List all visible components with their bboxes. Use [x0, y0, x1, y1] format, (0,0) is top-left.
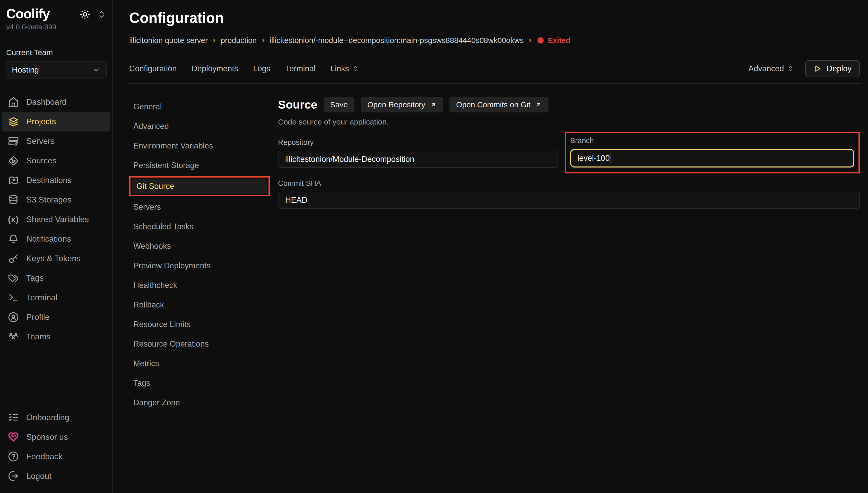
breadcrumb-separator-icon: › [262, 36, 264, 44]
subnav-persistent-storage[interactable]: Persistent Storage [129, 156, 270, 175]
heart-handshake-icon [8, 431, 19, 442]
sidebar-item-tags[interactable]: Tags [2, 269, 110, 288]
chevrons-up-down-icon[interactable] [97, 10, 106, 21]
section-description: Code source of your application. [278, 117, 860, 126]
layers-icon [8, 116, 19, 127]
git-source-icon [8, 155, 19, 166]
status-text: Exited [548, 36, 570, 45]
page-title: Configuration [129, 9, 860, 26]
current-team-label: Current Team [0, 48, 112, 57]
app-root: Coolify v4.0.0-beta.399 Current Team Hos… [0, 0, 868, 493]
tab-configuration[interactable]: Configuration [129, 64, 176, 73]
sidebar-footer-menu: Onboarding Sponsor us Feedback Logout [0, 408, 112, 486]
subnav-general[interactable]: General [129, 97, 270, 116]
chevrons-up-down-icon [787, 65, 794, 72]
subnav-servers[interactable]: Servers [129, 197, 270, 217]
main-area: Configuration illicitonion quote server … [113, 0, 868, 493]
git-source-annotation-box: Git Source [129, 176, 270, 196]
logout-icon [8, 471, 19, 481]
branch-label: Branch [570, 136, 854, 145]
sidebar-item-destinations[interactable]: Destinations [2, 171, 110, 190]
sidebar-item-notifications[interactable]: Notifications [2, 229, 110, 249]
commit-sha-field-group: Commit SHA [278, 179, 860, 209]
chevron-down-icon [92, 66, 100, 74]
source-panel: Source Save Open Repository Open Commits… [278, 97, 860, 412]
subnav-git-source[interactable]: Git Source [132, 179, 267, 194]
terminal-icon [8, 292, 19, 303]
config-subnav: General Advanced Environment Variables P… [129, 97, 270, 412]
subnav-rollback[interactable]: Rollback [129, 295, 270, 315]
sidebar: Coolify v4.0.0-beta.399 Current Team Hos… [0, 0, 113, 493]
sidebar-item-onboarding[interactable]: Onboarding [2, 408, 110, 427]
repository-input[interactable] [278, 151, 558, 168]
tab-deployments[interactable]: Deployments [192, 64, 238, 73]
key-icon [8, 253, 19, 264]
sidebar-item-servers[interactable]: Servers [2, 131, 110, 151]
map-icon [8, 175, 19, 186]
theme-sun-icon[interactable] [80, 9, 90, 22]
branch-annotation-box: Branch level-100 [565, 132, 860, 173]
content-row: General Advanced Environment Variables P… [129, 97, 860, 412]
breadcrumb-resource[interactable]: illicitestonion/-module--decomposition:m… [270, 36, 524, 45]
database-icon [8, 194, 19, 205]
sidebar-item-terminal[interactable]: Terminal [2, 288, 110, 307]
subnav-webhooks[interactable]: Webhooks [129, 236, 270, 256]
breadcrumb-environment[interactable]: production [220, 36, 257, 45]
variable-icon: (x) [8, 215, 19, 224]
tab-logs[interactable]: Logs [253, 64, 270, 73]
repository-field-group: Repository [278, 138, 558, 168]
tab-bar: Configuration Deployments Logs Terminal … [129, 60, 860, 84]
sidebar-header: Coolify v4.0.0-beta.399 [0, 7, 112, 31]
breadcrumb-project[interactable]: illicitonion quote server [129, 36, 208, 45]
subnav-preview-deployments[interactable]: Preview Deployments [129, 256, 270, 276]
sidebar-item-feedback[interactable]: Feedback [2, 447, 110, 466]
sidebar-item-logout[interactable]: Logout [2, 466, 110, 486]
external-link-icon [430, 101, 437, 108]
subnav-scheduled-tasks[interactable]: Scheduled Tasks [129, 217, 270, 236]
text-cursor [611, 153, 611, 163]
play-icon [813, 65, 822, 73]
checklist-icon [8, 412, 19, 423]
sidebar-item-sources[interactable]: Sources [2, 151, 110, 171]
sidebar-spacer [0, 347, 112, 408]
tab-terminal[interactable]: Terminal [285, 64, 316, 73]
branch-input[interactable]: level-100 [570, 149, 854, 168]
sidebar-item-projects[interactable]: Projects [2, 112, 110, 131]
sidebar-item-s3-storages[interactable]: S3 Storages [2, 190, 110, 210]
bell-icon [8, 234, 19, 244]
server-icon [8, 136, 19, 147]
sidebar-item-keys-tokens[interactable]: Keys & Tokens [2, 249, 110, 269]
breadcrumb-separator-icon: › [529, 36, 531, 44]
sidebar-item-dashboard[interactable]: Dashboard [2, 92, 110, 112]
save-button[interactable]: Save [323, 97, 355, 112]
home-icon [8, 97, 19, 108]
subnav-advanced[interactable]: Advanced [129, 116, 270, 136]
source-form: Repository Branch level-100 Commit SHA [278, 138, 860, 209]
open-repository-button[interactable]: Open Repository [361, 97, 443, 112]
deploy-button[interactable]: Deploy [805, 60, 860, 77]
sidebar-item-sponsor-us[interactable]: Sponsor us [2, 427, 110, 447]
open-commits-button[interactable]: Open Commits on Git [449, 97, 548, 112]
subnav-tags[interactable]: Tags [129, 373, 270, 393]
team-select[interactable]: Hosting [6, 62, 107, 79]
subnav-metrics[interactable]: Metrics [129, 354, 270, 373]
help-circle-icon [8, 451, 19, 462]
breadcrumb-separator-icon: › [213, 36, 215, 44]
repository-label: Repository [278, 138, 558, 147]
commit-sha-input[interactable] [278, 192, 860, 209]
user-circle-icon [8, 312, 19, 323]
subnav-environment-variables[interactable]: Environment Variables [129, 136, 270, 156]
tab-links[interactable]: Links [331, 64, 359, 73]
team-select-value: Hosting [12, 65, 39, 74]
commit-sha-label: Commit SHA [278, 179, 860, 188]
sidebar-item-shared-variables[interactable]: (x) Shared Variables [2, 210, 110, 229]
sidebar-item-teams[interactable]: Teams [2, 327, 110, 347]
subnav-resource-limits[interactable]: Resource Limits [129, 315, 270, 334]
status-badge: Exited [537, 36, 570, 45]
app-version: v4.0.0-beta.399 [6, 23, 56, 31]
subnav-resource-operations[interactable]: Resource Operations [129, 334, 270, 354]
subnav-danger-zone[interactable]: Danger Zone [129, 393, 270, 412]
sidebar-item-profile[interactable]: Profile [2, 307, 110, 327]
subnav-healthcheck[interactable]: Healthcheck [129, 276, 270, 295]
advanced-dropdown[interactable]: Advanced [748, 64, 794, 73]
